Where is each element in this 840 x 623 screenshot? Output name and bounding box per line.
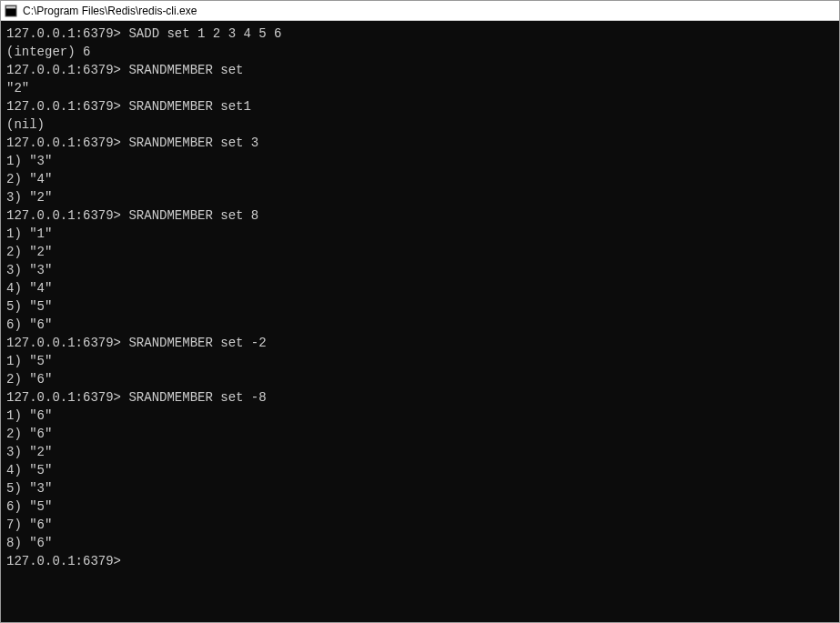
title-bar[interactable]: C:\Program Files\Redis\redis-cli.exe bbox=[1, 1, 839, 21]
terminal-output-line: 4) "5" bbox=[6, 461, 834, 479]
terminal-output-line: "2" bbox=[6, 79, 834, 97]
terminal-output-line: 2) "4" bbox=[6, 170, 834, 188]
terminal-area[interactable]: 127.0.0.1:6379> SADD set 1 2 3 4 5 6(int… bbox=[1, 21, 839, 622]
terminal-output-line: 5) "3" bbox=[6, 479, 834, 497]
terminal-command-line: 127.0.0.1:6379> SRANDMEMBER set 8 bbox=[6, 206, 834, 225]
terminal-prompt: 127.0.0.1:6379> bbox=[6, 552, 834, 570]
terminal-output-line: 6) "5" bbox=[6, 497, 834, 516]
window-title: C:\Program Files\Redis\redis-cli.exe bbox=[23, 5, 197, 17]
terminal-command-line: 127.0.0.1:6379> SRANDMEMBER set -8 bbox=[6, 388, 834, 407]
terminal-command-line: 127.0.0.1:6379> SADD set 1 2 3 4 5 6 bbox=[6, 25, 834, 43]
terminal-output-line: 2) "6" bbox=[6, 425, 834, 443]
terminal-output-line: 8) "6" bbox=[6, 534, 834, 552]
terminal-output-line: 1) "3" bbox=[6, 152, 834, 170]
terminal-output-line: 4) "4" bbox=[6, 279, 834, 297]
terminal-output-line: 2) "6" bbox=[6, 370, 834, 388]
terminal-output-line: (nil) bbox=[6, 116, 834, 134]
terminal-output-line: 3) "2" bbox=[6, 443, 834, 461]
terminal-command-line: 127.0.0.1:6379> SRANDMEMBER set 3 bbox=[6, 134, 834, 152]
app-icon bbox=[5, 5, 17, 17]
console-window: C:\Program Files\Redis\redis-cli.exe 127… bbox=[0, 0, 840, 623]
terminal-output-line: 2) "2" bbox=[6, 243, 834, 261]
terminal-output-line: 1) "1" bbox=[6, 225, 834, 243]
terminal-output-line: 6) "6" bbox=[6, 316, 834, 334]
terminal-command-line: 127.0.0.1:6379> SRANDMEMBER set bbox=[6, 61, 834, 79]
svg-rect-1 bbox=[6, 5, 16, 8]
terminal-output-line: (integer) 6 bbox=[6, 43, 834, 61]
terminal-output-line: 3) "2" bbox=[6, 188, 834, 206]
terminal-output-line: 3) "3" bbox=[6, 261, 834, 279]
terminal-output-line: 1) "5" bbox=[6, 352, 834, 370]
terminal-output-line: 7) "6" bbox=[6, 516, 834, 534]
terminal-output-line: 5) "5" bbox=[6, 297, 834, 316]
terminal-output-line: 1) "6" bbox=[6, 407, 834, 425]
terminal-command-line: 127.0.0.1:6379> SRANDMEMBER set1 bbox=[6, 97, 834, 116]
terminal-command-line: 127.0.0.1:6379> SRANDMEMBER set -2 bbox=[6, 334, 834, 352]
